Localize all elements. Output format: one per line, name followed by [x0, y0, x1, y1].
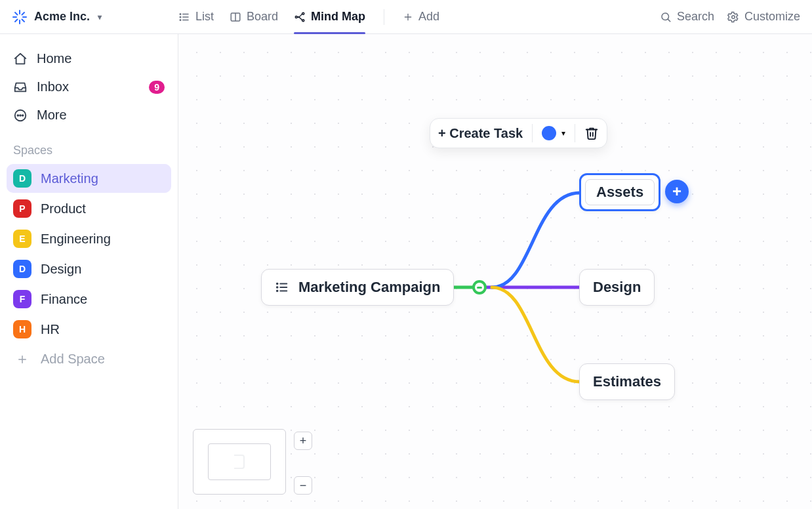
- svg-point-32: [277, 287, 278, 288]
- node-label: Assets: [585, 179, 655, 205]
- customize-button[interactable]: Customize: [727, 10, 800, 24]
- space-label: Finance: [41, 292, 87, 307]
- node-label: Estimates: [593, 373, 661, 390]
- view-tab-label: List: [195, 10, 214, 24]
- mindmap-root-node[interactable]: Marketing Campaign: [261, 269, 454, 306]
- separator: [532, 124, 533, 142]
- nav-label: Home: [37, 51, 71, 66]
- board-icon: [230, 11, 241, 23]
- svg-line-5: [22, 19, 25, 22]
- zoom-controls: + −: [294, 432, 312, 495]
- topbar: Acme Inc. ▾ List Board: [0, 0, 812, 34]
- space-item-hr[interactable]: HHR: [7, 315, 171, 344]
- svg-line-4: [15, 12, 18, 15]
- svg-line-22: [668, 19, 670, 21]
- space-badge: E: [13, 230, 31, 248]
- view-tab-label: Mind Map: [311, 10, 365, 24]
- add-space-label: Add Space: [41, 352, 105, 367]
- mindmap-canvas[interactable]: + Create Task ▾ Marketing Campaig: [178, 34, 812, 509]
- node-label: Design: [593, 279, 641, 296]
- space-label: Engineering: [41, 232, 111, 247]
- svg-point-34: [277, 291, 278, 292]
- minimap-viewport: [208, 443, 271, 480]
- create-task-button[interactable]: + Create Task: [438, 126, 523, 141]
- svg-line-6: [15, 19, 18, 22]
- add-space-button[interactable]: Add Space: [7, 345, 171, 373]
- nav-label: Inbox: [37, 79, 69, 94]
- space-item-finance[interactable]: FFinance: [7, 285, 171, 314]
- search-icon: [660, 11, 672, 23]
- collapse-handle[interactable]: [472, 280, 487, 295]
- sidebar: Home Inbox 9 More Spaces DMarketingPProd…: [0, 34, 178, 509]
- customize-label: Customize: [744, 10, 800, 24]
- minimap[interactable]: [193, 429, 286, 495]
- chevron-down-icon: ▾: [98, 12, 102, 22]
- list-icon: [178, 11, 190, 23]
- add-view-button[interactable]: Add: [403, 0, 439, 33]
- mindmap-node-assets[interactable]: Assets: [579, 173, 660, 211]
- space-item-product[interactable]: PProduct: [7, 194, 171, 223]
- mindmap-node-design[interactable]: Design: [579, 269, 655, 306]
- view-tab-label: Board: [247, 10, 278, 24]
- svg-point-25: [17, 115, 18, 116]
- delete-button[interactable]: [584, 126, 599, 140]
- list-icon: [275, 280, 289, 295]
- svg-line-7: [22, 12, 25, 15]
- root-node-label: Marketing Campaign: [298, 279, 440, 296]
- plus-icon: [13, 354, 31, 365]
- inbox-badge: 9: [149, 81, 165, 94]
- search-button[interactable]: Search: [660, 10, 714, 24]
- nav-more[interactable]: More: [7, 101, 171, 129]
- search-label: Search: [677, 10, 714, 24]
- svg-point-30: [277, 283, 278, 285]
- space-badge: H: [13, 320, 31, 338]
- nav-inbox[interactable]: Inbox 9: [7, 73, 171, 101]
- inbox-icon: [13, 80, 28, 94]
- color-picker[interactable]: ▾: [542, 126, 565, 140]
- svg-point-18: [302, 19, 304, 21]
- svg-point-8: [180, 13, 181, 14]
- separator: [384, 9, 384, 25]
- app-logo-icon: [12, 9, 28, 25]
- space-badge: D: [13, 169, 31, 188]
- zoom-in-button[interactable]: +: [294, 432, 312, 450]
- svg-point-10: [180, 16, 181, 18]
- create-task-label: + Create Task: [438, 126, 523, 141]
- chevron-down-icon: ▾: [561, 129, 565, 138]
- plus-icon: [403, 12, 413, 22]
- space-label: HR: [41, 322, 60, 337]
- space-label: Marketing: [41, 171, 98, 186]
- more-icon: [13, 108, 28, 123]
- mindmap-node-estimates[interactable]: Estimates: [579, 363, 675, 400]
- view-tab-mindmap[interactable]: Mind Map: [294, 0, 365, 33]
- trash-icon: [584, 126, 599, 140]
- view-tab-board[interactable]: Board: [230, 0, 278, 33]
- zoom-out-button[interactable]: −: [294, 476, 312, 495]
- spaces-section-title: Spaces: [7, 129, 171, 163]
- svg-point-23: [732, 15, 735, 18]
- add-child-button[interactable]: +: [665, 180, 689, 203]
- nav-home[interactable]: Home: [7, 45, 171, 73]
- mindmap-icon: [294, 11, 306, 23]
- svg-point-12: [180, 19, 181, 20]
- space-label: Product: [41, 201, 86, 216]
- space-badge: P: [13, 199, 31, 218]
- workspace-switcher[interactable]: Acme Inc. ▾: [12, 9, 178, 25]
- home-icon: [13, 52, 28, 66]
- space-label: Design: [41, 262, 81, 277]
- gear-icon: [727, 11, 739, 23]
- workspace-name: Acme Inc.: [34, 10, 90, 24]
- color-chip: [542, 126, 556, 140]
- space-badge: D: [13, 260, 31, 278]
- svg-point-27: [22, 115, 24, 116]
- view-tabs: List Board Mind Map: [178, 0, 439, 33]
- svg-point-16: [295, 16, 297, 18]
- space-item-marketing[interactable]: DMarketing: [7, 164, 171, 193]
- space-badge: F: [13, 290, 31, 308]
- space-item-engineering[interactable]: EEngineering: [7, 224, 171, 253]
- separator: [575, 124, 575, 142]
- add-view-label: Add: [418, 10, 439, 24]
- node-toolbar: + Create Task ▾: [430, 118, 607, 148]
- space-item-design[interactable]: DDesign: [7, 254, 171, 283]
- view-tab-list[interactable]: List: [178, 0, 214, 33]
